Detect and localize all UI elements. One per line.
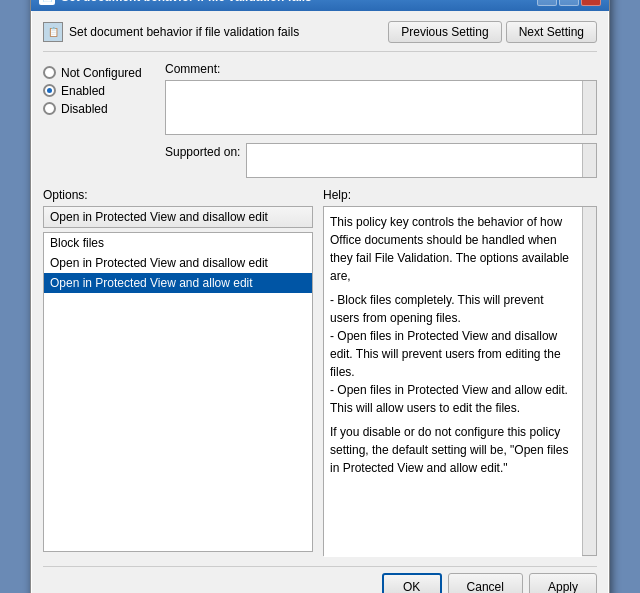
- options-listbox[interactable]: Block files Open in Protected View and d…: [43, 232, 313, 552]
- disabled-option[interactable]: Disabled: [43, 102, 153, 116]
- supported-label: Supported on:: [165, 143, 240, 159]
- comment-scrollbar[interactable]: [582, 81, 596, 134]
- supported-content: [247, 144, 582, 177]
- title-bar: 📄 Set document behavior if file validati…: [31, 0, 609, 11]
- next-setting-button[interactable]: Next Setting: [506, 21, 597, 43]
- supported-section: Supported on:: [165, 143, 597, 178]
- enabled-radio[interactable]: [43, 84, 56, 97]
- close-button[interactable]: ✕: [581, 0, 601, 6]
- window-icon: 📄: [39, 0, 55, 5]
- bottom-section: Options: Open in Protected View and disa…: [43, 188, 597, 556]
- disabled-radio[interactable]: [43, 102, 56, 115]
- supported-box-wrap: [246, 143, 597, 178]
- apply-button[interactable]: Apply: [529, 573, 597, 594]
- list-item-block[interactable]: Block files: [44, 233, 312, 253]
- window-title: Set document behavior if file validation…: [61, 0, 312, 4]
- minimize-button[interactable]: ─: [537, 0, 557, 6]
- help-label: Help:: [323, 188, 597, 202]
- supported-scrollbar[interactable]: [582, 144, 596, 177]
- header-bar: 📋 Set document behavior if file validati…: [43, 21, 597, 52]
- options-panel: Options: Open in Protected View and disa…: [43, 188, 313, 556]
- help-panel: Help: This policy key controls the behav…: [323, 188, 597, 556]
- options-label: Options:: [43, 188, 313, 202]
- not-configured-radio[interactable]: [43, 66, 56, 79]
- cancel-button[interactable]: Cancel: [448, 573, 523, 594]
- button-bar: OK Cancel Apply: [43, 566, 597, 594]
- header-icon: 📋: [43, 22, 63, 42]
- radio-group: Not Configured Enabled Disabled: [43, 62, 153, 135]
- title-bar-controls: ─ □ ✕: [537, 0, 601, 6]
- comment-textarea[interactable]: [166, 81, 582, 134]
- title-bar-left: 📄 Set document behavior if file validati…: [39, 0, 312, 5]
- window-body: 📋 Set document behavior if file validati…: [31, 11, 609, 594]
- dropdown-container: Open in Protected View and disallow edit…: [43, 206, 313, 228]
- comment-textarea-wrap: [165, 80, 597, 135]
- help-scrollbar[interactable]: [582, 207, 596, 555]
- previous-setting-button[interactable]: Previous Setting: [388, 21, 501, 43]
- not-configured-label: Not Configured: [61, 66, 142, 80]
- enabled-option[interactable]: Enabled: [43, 84, 153, 98]
- header-left: 📋 Set document behavior if file validati…: [43, 22, 299, 42]
- list-item-allow[interactable]: Open in Protected View and allow edit: [44, 273, 312, 293]
- enabled-label: Enabled: [61, 84, 105, 98]
- not-configured-option[interactable]: Not Configured: [43, 66, 153, 80]
- config-section: Not Configured Enabled Disabled Comment:: [43, 62, 597, 135]
- header-buttons: Previous Setting Next Setting: [388, 21, 597, 43]
- header-title: Set document behavior if file validation…: [69, 25, 299, 39]
- comment-section: Comment:: [165, 62, 597, 135]
- disabled-label: Disabled: [61, 102, 108, 116]
- options-dropdown[interactable]: Open in Protected View and disallow edit…: [43, 206, 313, 228]
- help-text: This policy key controls the behavior of…: [324, 207, 582, 557]
- main-window: 📄 Set document behavior if file validati…: [30, 0, 610, 593]
- ok-button[interactable]: OK: [382, 573, 442, 594]
- list-item-disallow[interactable]: Open in Protected View and disallow edit: [44, 253, 312, 273]
- maximize-button[interactable]: □: [559, 0, 579, 6]
- comment-label: Comment:: [165, 62, 597, 76]
